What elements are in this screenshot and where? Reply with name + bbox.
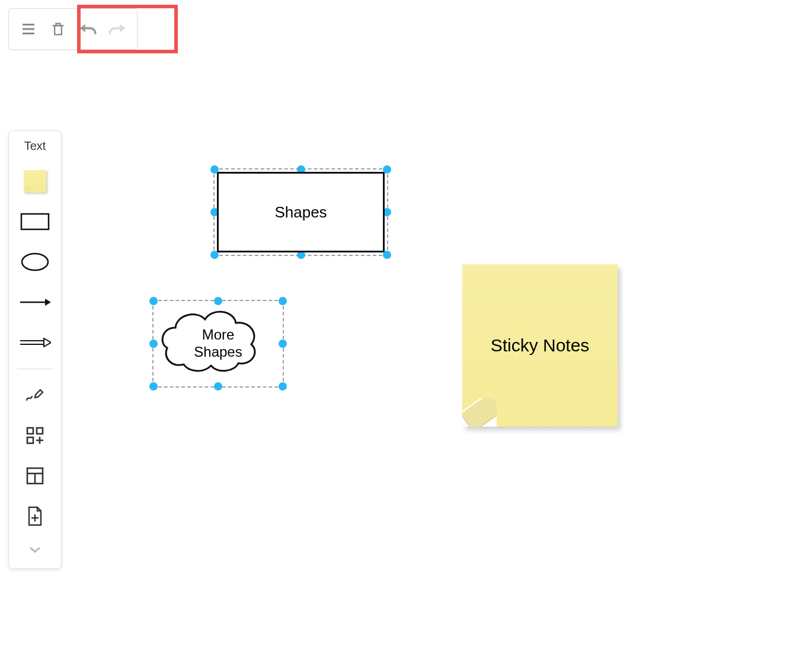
rectangle-label: Shapes (274, 203, 327, 222)
canvas[interactable]: Shapes More Shapes Sticky Notes (0, 0, 812, 672)
selection-handle[interactable] (149, 297, 158, 305)
selection-handle[interactable] (149, 340, 158, 348)
sticky-note-shape[interactable]: Sticky Notes (462, 264, 618, 427)
selection-handle[interactable] (279, 297, 287, 305)
cloud-label-line2: Shapes (194, 344, 242, 361)
sticky-note-label: Sticky Notes (491, 335, 590, 356)
cloud-label-line1: More (194, 327, 242, 344)
selection-handle[interactable] (214, 382, 222, 391)
cloud-shape[interactable]: More Shapes (160, 308, 276, 379)
selection-handle[interactable] (214, 297, 222, 305)
selection-handle[interactable] (279, 382, 287, 391)
sticky-note-fold (462, 398, 497, 427)
selection-handle[interactable] (149, 382, 158, 391)
rectangle-shape[interactable]: Shapes (217, 172, 385, 252)
selection-handle[interactable] (279, 340, 287, 348)
